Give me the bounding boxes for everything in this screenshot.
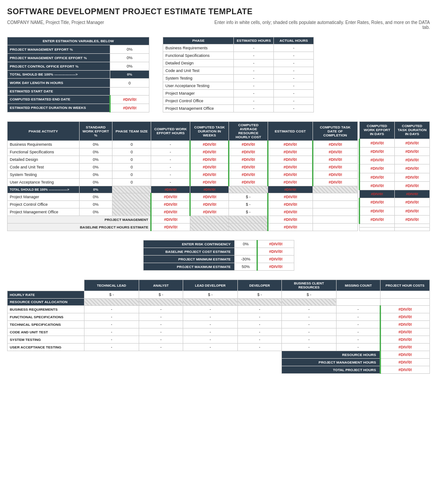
pct-4[interactable]: 0% <box>79 171 112 179</box>
est-cost-4: #DIV/0! <box>268 171 313 179</box>
res-val-3-1[interactable]: - <box>139 328 183 336</box>
res-val-1-4[interactable]: - <box>281 313 336 321</box>
est-val-5[interactable] <box>110 87 149 95</box>
res-cost-5: #DIV/0! <box>380 344 429 351</box>
duration-wk-5: #DIV/0! <box>190 179 229 186</box>
res-val-1-0[interactable]: - <box>84 313 139 321</box>
mgmt-effort-days-0: #DIV/0! <box>360 198 395 207</box>
res-val-1-3[interactable]: - <box>238 313 282 321</box>
res-val-0-4[interactable]: - <box>281 306 336 313</box>
res-val-3-3[interactable]: - <box>238 328 282 336</box>
est-val-1[interactable]: 0% <box>110 54 149 62</box>
pct-2[interactable]: 0% <box>79 156 112 164</box>
phase-est-5[interactable]: - <box>234 82 274 90</box>
right-row-0: #DIV/0! #DIV/0! <box>360 139 430 147</box>
est-label-0: PROJECT MANAGEMENT EFFORT % <box>8 45 110 54</box>
res-val-0-3[interactable]: - <box>238 306 282 313</box>
res-row-5: USER ACCEPTANCE TESTING - - - - - - #DIV… <box>8 344 430 351</box>
avg-cost-0: #DIV/0! <box>229 141 268 148</box>
est-val-2[interactable]: 0% <box>110 62 149 71</box>
main-row-4: System Testing 0% 0 - #DIV/0! #DIV/0! #D… <box>8 171 358 179</box>
res-val-2-2[interactable]: - <box>183 321 237 328</box>
mgmt-dur-1: #DIV/0! <box>190 201 229 208</box>
team-3[interactable]: 0 <box>112 164 151 171</box>
rate-0[interactable]: $ - <box>84 291 139 299</box>
res-val-4-4[interactable]: - <box>281 336 336 344</box>
phase-est-4[interactable]: - <box>234 75 274 82</box>
estimated-hours-header: ESTIMATED HOURS <box>234 37 274 44</box>
team-0[interactable]: 0 <box>112 141 151 148</box>
phase-est-0[interactable]: - <box>234 44 274 52</box>
res-missing-3: - <box>337 328 381 336</box>
mgmt-activity-0: Project Manager <box>8 193 80 201</box>
res-val-3-2[interactable]: - <box>183 328 237 336</box>
res-missing-4: - <box>337 336 381 344</box>
res-cost-1: #DIV/0! <box>380 313 429 321</box>
risk-pct-0[interactable]: 0% <box>234 240 257 248</box>
team-4[interactable]: 0 <box>112 171 151 179</box>
effort-days-1: #DIV/0! <box>360 147 395 156</box>
main-row-3: Code and Unit Test 0% 0 - #DIV/0! #DIV/0… <box>8 164 358 171</box>
res-cost-0: #DIV/0! <box>380 306 429 313</box>
res-val-2-0[interactable]: - <box>84 321 139 328</box>
est-val-4[interactable]: 0 <box>110 79 149 87</box>
pct-5[interactable]: 0% <box>79 179 112 186</box>
res-val-1-1[interactable]: - <box>139 313 183 321</box>
res-val-4-0[interactable]: - <box>84 336 139 344</box>
avg-cost-4: #DIV/0! <box>229 171 268 179</box>
mgmt-dur-days-2: #DIV/0! <box>395 215 430 224</box>
phase-est-2[interactable]: - <box>234 60 274 67</box>
res-val-2-3[interactable]: - <box>238 321 282 328</box>
res-val-3-0[interactable]: - <box>84 328 139 336</box>
phase-act-6: - <box>274 90 314 97</box>
res-val-0-1[interactable]: - <box>139 306 183 313</box>
res-val-4-2[interactable]: - <box>183 336 237 344</box>
res-missing-5: - <box>337 344 381 351</box>
pct-0[interactable]: 0% <box>79 141 112 148</box>
res-val-4-3[interactable]: - <box>238 336 282 344</box>
res-val-2-4[interactable]: - <box>281 321 336 328</box>
team-1[interactable]: 0 <box>112 148 151 156</box>
avg-cost-2: #DIV/0! <box>229 156 268 164</box>
est-val-0[interactable]: 0% <box>110 45 149 54</box>
res-row-1: FUNCTIONAL SPECIFICATIONS - - - - - - #D… <box>8 313 430 321</box>
res-val-0-2[interactable]: - <box>183 306 237 313</box>
baseline-label: BASELINE PROJECT HOURS ESTIMATE <box>8 224 151 231</box>
phase-est-3[interactable]: - <box>234 67 274 75</box>
res-val-1-2[interactable]: - <box>183 313 237 321</box>
est-row-0: PROJECT MANAGEMENT EFFORT % 0% <box>8 45 149 54</box>
effort-hrs-0: - <box>151 141 190 148</box>
res-val-5-3[interactable]: - <box>238 344 282 351</box>
pct-1[interactable]: 0% <box>79 148 112 156</box>
est-row-2: PROJECT CONTROL OFFICE EFFORT % 0% <box>8 62 149 71</box>
mgmt-avg-2: $ - <box>229 208 268 216</box>
rate-4[interactable]: $ - <box>281 291 336 299</box>
phase-est-8[interactable]: - <box>234 105 274 112</box>
col6-header: COMPUTED AVERAGE RESOURCE HOURLY COST <box>229 122 268 141</box>
main-row-1: Functional Specifications 0% 0 - #DIV/0!… <box>8 148 358 156</box>
res-val-0-0[interactable]: - <box>84 306 139 313</box>
activity-1: Functional Specifications <box>8 148 80 156</box>
pm-summary-row: PROJECT MANAGEMENT #DIV/0! #DIV/0! <box>8 216 358 224</box>
team-5[interactable]: 0 <box>112 179 151 186</box>
rate-2[interactable]: $ - <box>183 291 237 299</box>
main-activity-table: PHASE ACTIVITY STANDARD WORK EFFORT % PH… <box>7 121 358 231</box>
res-val-3-4[interactable]: - <box>281 328 336 336</box>
res-val-5-1[interactable]: - <box>139 344 183 351</box>
mgmt-pct-2[interactable]: 0% <box>79 208 112 216</box>
rate-1[interactable]: $ - <box>139 291 183 299</box>
res-val-5-4[interactable]: - <box>281 344 336 351</box>
team-2[interactable]: 0 <box>112 156 151 164</box>
phase-est-6[interactable]: - <box>234 90 274 97</box>
res-val-2-1[interactable]: - <box>139 321 183 328</box>
rate-3[interactable]: $ - <box>238 291 282 299</box>
phase-est-1[interactable]: - <box>234 52 274 60</box>
risk-pct-2: -30% <box>234 256 257 263</box>
res-val-5-0[interactable]: - <box>84 344 139 351</box>
res-val-5-2[interactable]: - <box>183 344 237 351</box>
mgmt-pct-1[interactable]: 0% <box>79 201 112 208</box>
phase-est-7[interactable]: - <box>234 97 274 105</box>
pct-3[interactable]: 0% <box>79 164 112 171</box>
mgmt-pct-0[interactable]: 0% <box>79 193 112 201</box>
res-val-4-1[interactable]: - <box>139 336 183 344</box>
